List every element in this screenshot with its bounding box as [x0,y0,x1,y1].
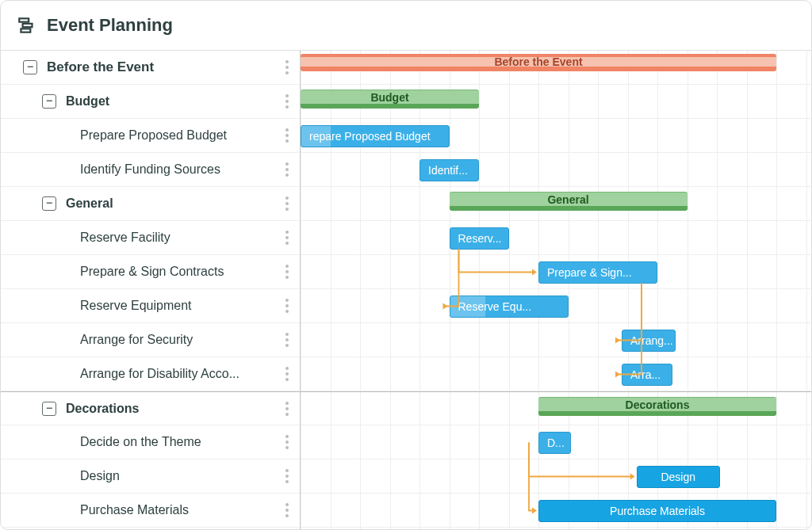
kebab-menu-icon[interactable] [281,126,293,145]
task-bar-d1[interactable]: D... [538,432,571,454]
body: Before the EventBudgetPrepare Proposed B… [1,51,811,529]
bar-label: General [547,193,588,206]
task-label: Design [80,469,278,483]
task-label: Reserve Facility [80,231,278,245]
task-bar-g4[interactable]: Arrang... [622,330,676,352]
task-row-budget[interactable]: Budget [1,85,300,119]
task-row-g4[interactable]: Arrange for Security [1,323,300,357]
task-label: Identify Funding Sources [80,162,278,177]
kebab-menu-icon[interactable] [281,467,293,486]
bar-label: Design [661,471,695,483]
timeline[interactable]: Before the EventBudgetrepare Proposed Bu… [301,51,811,529]
kebab-menu-icon[interactable] [281,330,293,349]
root-bar-root[interactable]: Before the Event [301,54,776,71]
bar-label: Budget [370,91,408,104]
collapse-toggle[interactable] [42,94,56,109]
bar-label: D... [547,437,565,449]
timeline-row: Design [301,459,811,494]
bar-label: Identif... [428,164,468,177]
kebab-menu-icon[interactable] [281,364,293,383]
task-label: Arrange for Security [80,333,278,347]
kebab-menu-icon[interactable] [281,160,293,179]
task-row-d3[interactable]: Purchase Materials [1,494,300,528]
group-bar-deco[interactable]: Decorations [538,397,776,416]
bar-label: Arra... [630,368,661,381]
kebab-menu-icon[interactable] [281,262,293,281]
timeline-row: Purchase Materials [301,494,811,528]
task-label: Decide on the Theme [80,435,278,449]
task-row-d2[interactable]: Design [1,459,300,494]
timeline-row: Budget [301,85,811,119]
svg-rect-2 [21,29,30,32]
task-row-g3[interactable]: Reserve Equipment [1,289,300,323]
collapse-toggle[interactable] [23,60,37,74]
bar-label: Decorations [626,398,690,411]
bar-label: Reserve Equ... [458,300,532,313]
kebab-menu-icon[interactable] [281,399,293,418]
task-label: Prepare & Sign Contracts [80,265,278,279]
bar-label: Before the Event [494,55,582,68]
timeline-row: Reserv... [301,221,811,255]
task-label: Before the Event [47,59,278,75]
task-row-deco[interactable]: Decorations [1,391,300,425]
task-bar-d2[interactable]: Design [637,466,720,488]
kebab-menu-icon[interactable] [281,433,293,452]
timeline-row: Decorations [301,391,811,425]
bar-label: repare Proposed Budget [309,130,431,143]
gantt-app: Event Planning Before the EventBudgetPre… [0,0,812,530]
task-row-d1[interactable]: Decide on the Theme [1,425,300,459]
bar-label: Reserv... [458,232,502,245]
task-bar-g5[interactable]: Arra... [622,364,672,386]
task-label: Reserve Equipment [80,299,278,313]
kebab-menu-icon[interactable] [281,296,293,315]
task-label: Arrange for Disability Acco... [80,367,278,381]
timeline-row: General [301,187,811,221]
kebab-menu-icon[interactable] [281,228,293,247]
task-label: General [66,196,278,211]
kebab-menu-icon[interactable] [281,194,293,213]
bar-label: Prepare & Sign... [547,266,632,279]
task-bar-d3[interactable]: Purchase Materials [538,500,776,522]
task-label: Decorations [66,402,278,416]
task-bar-g3[interactable]: Reserve Equ... [450,296,569,318]
task-bar-b1[interactable]: repare Proposed Budget [301,125,450,147]
collapse-toggle[interactable] [42,196,56,211]
task-label: Purchase Materials [80,503,278,517]
task-label: Prepare Proposed Budget [80,128,278,143]
task-row-b2[interactable]: Identify Funding Sources [1,153,300,187]
gantt-icon [17,15,37,36]
task-row-root[interactable]: Before the Event [1,51,300,85]
task-bar-g1[interactable]: Reserv... [450,227,509,250]
timeline-row: Identif... [301,153,811,187]
timeline-row: Reserve Equ... [301,289,811,323]
task-row-g5[interactable]: Arrange for Disability Acco... [1,357,300,391]
page-title: Event Planning [47,15,173,36]
collapse-toggle[interactable] [42,402,56,416]
group-bar-budget[interactable]: Budget [301,90,479,109]
task-row-general[interactable]: General [1,187,300,221]
kebab-menu-icon[interactable] [281,501,293,520]
task-list: Before the EventBudgetPrepare Proposed B… [1,51,301,529]
task-bar-g2[interactable]: Prepare & Sign... [538,261,657,284]
task-row-g2[interactable]: Prepare & Sign Contracts [1,255,300,289]
task-row-g1[interactable]: Reserve Facility [1,221,300,255]
timeline-row: Arra... [301,357,811,391]
timeline-row: repare Proposed Budget [301,119,811,153]
svg-rect-1 [23,24,33,27]
header: Event Planning [1,1,811,51]
group-bar-general[interactable]: General [450,192,688,211]
svg-rect-0 [19,18,29,21]
kebab-menu-icon[interactable] [281,92,293,111]
task-row-b1[interactable]: Prepare Proposed Budget [1,119,300,153]
timeline-row: D... [301,425,811,459]
task-label: Budget [66,94,278,109]
bar-label: Purchase Materials [610,505,705,517]
timeline-row: Before the Event [301,51,811,85]
timeline-row: Prepare & Sign... [301,255,811,289]
task-bar-b2[interactable]: Identif... [419,159,479,181]
bar-label: Arrang... [630,334,673,347]
timeline-row: Arrang... [301,323,811,357]
kebab-menu-icon[interactable] [281,58,293,77]
